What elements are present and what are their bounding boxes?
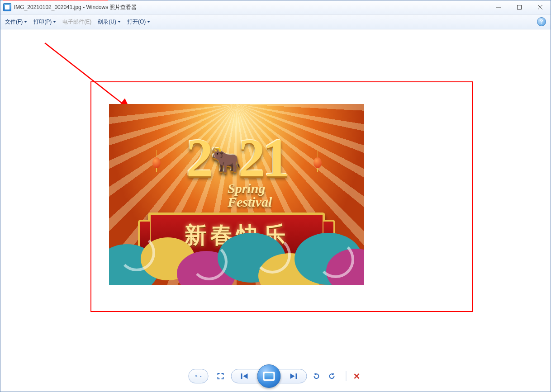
slideshow-button[interactable] <box>257 364 281 388</box>
svg-marker-6 <box>118 21 121 23</box>
rotate-cw-icon <box>328 373 336 380</box>
year-digits-21: 21 <box>238 128 287 188</box>
viewer-canvas: 2🐂21 SpringFestival 新春快乐 <box>0 29 551 392</box>
window-controls <box>488 0 551 14</box>
cloud-decorations <box>109 217 364 285</box>
menu-email[interactable]: 电子邮件(E) <box>62 18 91 26</box>
year-2021-graphic: 2🐂21 <box>186 131 287 185</box>
help-button[interactable]: ? <box>537 17 546 26</box>
next-button[interactable] <box>280 369 307 383</box>
navigation-control <box>231 369 307 383</box>
svg-marker-14 <box>200 376 202 377</box>
window-title: IMG_20210102_002041.jpg - Windows 照片查看器 <box>14 4 137 11</box>
displayed-photo[interactable]: 2🐂21 SpringFestival 新春快乐 <box>109 104 364 285</box>
svg-marker-7 <box>147 21 150 23</box>
delete-button[interactable] <box>351 370 363 382</box>
svg-line-11 <box>197 377 197 377</box>
menu-file[interactable]: 文件(F) <box>5 18 27 26</box>
menu-burn-label: 刻录(U) <box>98 18 116 26</box>
menu-print[interactable]: 打印(P) <box>33 18 56 26</box>
toolbar-separator <box>346 371 347 381</box>
spring-festival-subtitle: SpringFestival <box>228 182 272 209</box>
annotation-arrow <box>41 41 136 113</box>
slideshow-icon <box>263 372 275 381</box>
previous-icon <box>241 373 249 379</box>
close-button[interactable] <box>530 0 551 14</box>
svg-marker-5 <box>53 21 56 23</box>
menu-open[interactable]: 打开(O) <box>127 18 150 26</box>
actual-size-button[interactable] <box>215 370 227 382</box>
maximize-button[interactable] <box>509 0 530 14</box>
year-digits-20: 2 <box>186 128 211 188</box>
titlebar: IMG_20210102_002041.jpg - Windows 照片查看器 <box>0 0 551 14</box>
chevron-down-icon <box>200 375 202 378</box>
menu-burn[interactable]: 刻录(U) <box>98 18 121 26</box>
svg-line-9 <box>45 43 129 109</box>
fit-window-icon <box>217 373 224 380</box>
viewer-toolbar <box>189 369 363 383</box>
svg-marker-4 <box>24 21 27 23</box>
rotate-ccw-icon <box>313 373 320 380</box>
menu-print-label: 打印(P) <box>33 18 52 26</box>
magnifier-icon <box>195 375 198 377</box>
menu-file-label: 文件(F) <box>5 18 23 26</box>
help-icon: ? <box>540 19 543 25</box>
title-appname: - Windows 照片查看器 <box>81 4 137 10</box>
svg-rect-15 <box>241 373 242 379</box>
photo-viewer-window: IMG_20210102_002041.jpg - Windows 照片查看器 … <box>0 0 551 392</box>
lantern-icon <box>152 157 161 168</box>
svg-marker-16 <box>243 373 248 379</box>
next-icon <box>290 373 298 379</box>
svg-marker-17 <box>290 373 295 379</box>
svg-rect-18 <box>296 373 297 379</box>
zoom-control[interactable] <box>189 369 209 383</box>
menubar: 文件(F) 打印(P) 电子邮件(E) 刻录(U) 打开(O) ? <box>0 14 551 29</box>
minimize-button[interactable] <box>488 0 509 14</box>
ox-head-icon: 🐂 <box>211 146 238 174</box>
lantern-icon <box>314 157 322 168</box>
previous-button[interactable] <box>232 369 258 383</box>
svg-rect-1 <box>518 5 522 9</box>
menu-open-label: 打开(O) <box>127 18 146 26</box>
menu-email-label: 电子邮件(E) <box>62 18 91 26</box>
delete-x-icon <box>353 373 361 380</box>
photo-viewer-app-icon <box>3 3 11 11</box>
photo-content: 2🐂21 SpringFestival 新春快乐 <box>109 104 364 285</box>
rotate-ccw-button[interactable] <box>311 370 323 382</box>
rotate-cw-button[interactable] <box>326 370 338 382</box>
title-filename: IMG_20210102_002041.jpg <box>14 4 81 10</box>
